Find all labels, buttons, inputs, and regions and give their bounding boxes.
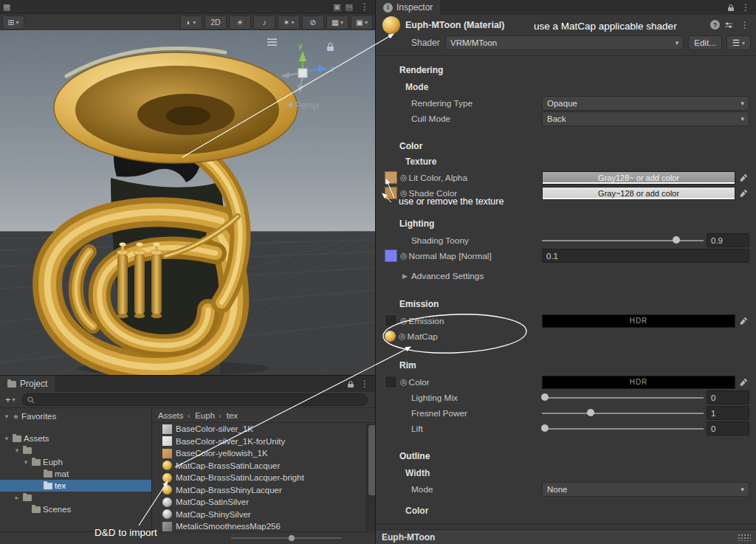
material-preview-bar[interactable]: Euph-MToon — [376, 529, 756, 544]
subheader-mode: Mode — [405, 82, 756, 92]
breadcrumb-label: Assets — [158, 411, 184, 420]
tree-item-folder[interactable]: ▸ — [0, 492, 151, 503]
lift-value[interactable]: 0 — [707, 421, 749, 435]
asset-row[interactable]: MatCap-BrassShinyLacquer — [152, 484, 367, 497]
foldout-arrow-icon[interactable]: ▾ — [22, 458, 30, 466]
2d-toggle[interactable]: 2D — [205, 16, 227, 30]
lift-slider[interactable] — [542, 422, 704, 435]
advanced-settings-foldout[interactable]: ▶ Advanced Settings — [402, 269, 756, 283]
pane-layout-icon[interactable]: ▦ — [3, 2, 10, 12]
lock-icon[interactable] — [347, 380, 354, 388]
normal-map-thumbnail[interactable] — [385, 249, 397, 262]
shading-mode-dropdown[interactable]: ◐▾ — [180, 16, 202, 30]
slider-knob[interactable] — [587, 409, 594, 416]
inspector-menu-icon[interactable]: ⋮ — [738, 3, 753, 12]
foldout-arrow-icon[interactable]: ▾ — [3, 413, 10, 420]
breadcrumb-item[interactable]: Euph — [195, 411, 225, 420]
thumbnail-size-slider[interactable] — [231, 537, 342, 539]
tab-inspector[interactable]: i Inspector — [376, 0, 440, 15]
slider-knob[interactable] — [541, 393, 549, 401]
asset-row[interactable]: BaseColor-yellowish_1K — [152, 447, 367, 460]
project-menu-icon[interactable]: ⋮ — [357, 379, 372, 388]
rim-texture-slot[interactable] — [385, 376, 397, 388]
object-picker-icon[interactable] — [400, 173, 408, 182]
asset-row[interactable]: MatCap-SatinSilver — [152, 496, 367, 509]
tree-item-folder[interactable]: ▾ — [0, 444, 151, 456]
object-picker-icon[interactable] — [400, 377, 408, 387]
edit-shader-button[interactable]: Edit... — [688, 35, 721, 50]
foldout-arrow-icon[interactable]: ▾ — [13, 447, 21, 454]
tab-project[interactable]: Project — [0, 376, 55, 392]
breadcrumb-item[interactable]: tex — [227, 411, 238, 420]
eyedropper-icon[interactable] — [738, 172, 749, 183]
material-menu-icon[interactable]: ⋮ — [738, 21, 752, 30]
lit-color-field[interactable]: Gray128~ or add color — [542, 171, 735, 185]
slider-knob[interactable] — [541, 424, 549, 432]
object-picker-icon[interactable] — [400, 188, 408, 198]
tree-item-euph[interactable]: ▾ Euph — [0, 456, 151, 468]
asset-row[interactable]: MatCap-BrassSatinLacquer — [152, 460, 367, 472]
eyedropper-icon[interactable] — [738, 187, 749, 199]
shade-color-field[interactable]: Gray~128 or add color — [542, 187, 735, 200]
lighting-mix-slider[interactable] — [542, 391, 704, 404]
drag-handle-icon[interactable] — [738, 534, 751, 541]
scene-viewport[interactable]: y z Persp — [0, 30, 375, 375]
grid-visibility-dropdown[interactable]: ▦▾ — [326, 16, 348, 30]
add-asset-button[interactable]: + ▾ — [3, 394, 18, 405]
matcap-texture-thumbnail[interactable] — [385, 331, 396, 342]
dock-icon[interactable]: ▣ — [333, 2, 340, 12]
gizmos-dropdown[interactable]: ▣▾ — [351, 16, 373, 30]
shader-options-button[interactable]: ☰▾ — [726, 35, 751, 50]
tree-item-assets[interactable]: ▾ Assets — [0, 433, 151, 444]
rim-hdr-field[interactable]: HDR — [542, 376, 735, 389]
tree-item-mat[interactable]: mat — [0, 468, 151, 480]
shading-toony-value[interactable]: 0.9 — [707, 233, 749, 247]
breadcrumb-item[interactable]: Assets — [158, 411, 193, 420]
emission-hdr-field[interactable]: HDR — [542, 314, 735, 328]
cull-mode-dropdown[interactable]: Back — [542, 111, 749, 126]
foldout-arrow-icon[interactable]: ▸ — [13, 494, 21, 501]
vertical-scrollbar[interactable] — [366, 424, 375, 531]
scene-tab-menu-icon[interactable]: ⋮ — [357, 2, 372, 11]
object-picker-icon[interactable] — [400, 316, 408, 326]
lighting-mix-value[interactable]: 0 — [707, 390, 749, 404]
scene-lighting-toggle[interactable]: ☀ — [229, 16, 251, 30]
asset-row[interactable]: BaseColor-silver_1K-forUnity — [152, 435, 367, 448]
hidden-objects-toggle[interactable]: ⊘ — [302, 16, 324, 30]
scene-audio-toggle[interactable]: ♪ — [253, 16, 275, 30]
effects-dropdown[interactable]: ✶▾ — [278, 16, 300, 30]
tree-item-scenes[interactable]: Scenes — [0, 503, 151, 515]
rendering-type-dropdown[interactable]: Opaque — [542, 96, 749, 111]
fresnel-power-slider[interactable] — [542, 407, 704, 419]
tree-item-tex[interactable]: tex — [0, 480, 151, 492]
shader-dropdown[interactable]: VRM/MToon — [445, 35, 684, 50]
slider-knob[interactable] — [673, 236, 680, 244]
shade-texture-thumbnail[interactable] — [385, 187, 397, 199]
foldout-arrow-icon[interactable]: ▾ — [3, 435, 10, 442]
project-search-input[interactable] — [22, 393, 368, 406]
preview-title: Euph-MToon — [382, 532, 435, 543]
tool-menu-button[interactable]: ⊞▾ — [2, 16, 24, 30]
emission-texture-slot[interactable] — [385, 314, 397, 327]
asset-row[interactable]: MatCap-ShinySilver — [152, 509, 367, 521]
lock-icon[interactable] — [727, 4, 735, 12]
outline-mode-dropdown[interactable]: None — [542, 482, 749, 497]
section-outline: Outline — [399, 451, 756, 462]
asset-row[interactable]: MatCap-BrassSatinLacquer-bright — [152, 472, 367, 484]
presets-icon[interactable] — [724, 21, 733, 29]
list-icon[interactable]: ▤ — [346, 2, 353, 12]
object-picker-icon[interactable] — [399, 331, 406, 341]
fresnel-power-value[interactable]: 1 — [707, 406, 749, 420]
tree-item-favorites[interactable]: ▾ ★ Favorites — [0, 410, 151, 422]
lit-texture-thumbnail[interactable] — [385, 171, 397, 184]
normal-map-strength-field[interactable]: 0.1 — [542, 249, 749, 263]
object-picker-icon[interactable] — [400, 251, 408, 261]
eyedropper-icon[interactable] — [738, 315, 749, 326]
help-icon[interactable]: ? — [710, 20, 720, 30]
slider-knob[interactable] — [289, 535, 295, 541]
eyedropper-icon[interactable] — [738, 376, 749, 388]
asset-row[interactable]: BaseColor-silver_1K — [152, 423, 367, 435]
shading-toony-slider[interactable] — [542, 234, 704, 247]
scene-view[interactable]: y z Persp — [0, 30, 375, 375]
asset-row[interactable]: MetalicSmoothnessMap256 — [152, 520, 367, 532]
